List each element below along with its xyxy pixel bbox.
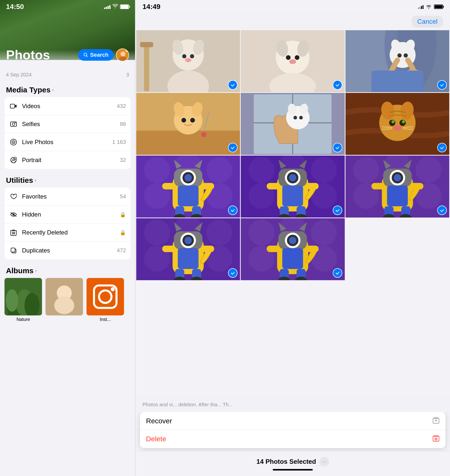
svg-point-191 [289,237,296,244]
grid-cell-11[interactable] [241,218,344,280]
trash-icon [9,228,18,237]
album-inst[interactable]: Inst... [86,278,124,322]
svg-rect-194 [282,248,303,269]
delete-label: Delete [146,435,166,443]
grid-cell-12-empty [346,218,449,280]
svg-point-29 [54,297,74,314]
selfies-label: Selfies [22,121,120,128]
svg-point-49 [286,55,291,60]
albums-label: Albums [6,266,34,275]
svg-point-89 [402,120,405,123]
svg-point-170 [184,237,192,244]
grid-cell-5[interactable] [241,93,344,155]
date-count: 3 [126,72,129,78]
left-header: 14:50 [0,0,135,70]
list-item-recently-deleted[interactable]: Recently Deleted 🔒 [4,224,130,241]
svg-rect-111 [162,183,175,189]
album-cats[interactable] [46,278,83,322]
recently-deleted-lock-icon: 🔒 [120,230,126,236]
list-item-videos[interactable]: Videos 432 [4,97,130,115]
right-battery-icon [434,4,443,9]
list-item-selfies[interactable]: Selfies 86 [4,115,130,133]
svg-point-6 [12,123,15,125]
selfies-count: 86 [120,121,126,127]
svg-point-162 [206,220,232,246]
svg-point-149 [394,174,401,181]
svg-point-97 [144,157,170,183]
profile-avatar[interactable] [116,48,129,61]
list-item-duplicates[interactable]: Duplicates 472 [4,241,130,259]
grid-cell-4[interactable] [136,93,240,155]
check-badge-5 [333,143,342,152]
duplicate-icon [9,246,18,255]
check-badge-11 [333,268,342,278]
action-menu: Recover Delete [140,412,446,448]
grid-cell-1[interactable] [136,30,240,92]
utilities-label: Utilities [6,176,33,185]
right-nav: Cancel [136,13,450,29]
svg-rect-4 [10,104,15,108]
left-title-row: Photos Search [0,47,135,62]
svg-point-139 [353,157,379,183]
right-wifi-icon [426,4,432,9]
svg-point-58 [397,53,402,58]
svg-point-160 [144,220,170,246]
search-button[interactable]: Search [78,49,114,61]
left-panel: 14:50 [0,0,135,476]
svg-rect-196 [306,245,319,252]
grid-cell-6[interactable] [346,93,449,155]
utilities-chevron: › [34,177,36,184]
grid-cell-2[interactable] [241,30,344,92]
right-panel: 14:49 Cancel [136,0,450,476]
left-status-icons [104,4,129,10]
svg-rect-132 [267,183,280,189]
date-label: 4 Sep 2024 [6,72,32,78]
utilities-card: Favorites 54 Hidden 🔒 [4,188,130,259]
album-inst-label: Inst... [100,317,111,322]
delete-menu-item[interactable]: Delete [140,430,446,448]
selfie-icon [9,120,18,129]
list-item-live-photos[interactable]: Live Photos 1 163 [4,133,130,151]
portrait-icon [9,156,18,165]
cancel-button[interactable]: Cancel [412,16,443,27]
grid-cell-9[interactable] [346,156,449,218]
svg-rect-30 [86,278,124,315]
more-button[interactable]: ··· [320,457,329,467]
list-item-portrait[interactable]: Portrait 32 [4,151,130,169]
svg-rect-7 [15,122,16,123]
bottom-info-content: Photos and vi... deletion. After tha... … [142,402,233,407]
list-item-hidden[interactable]: Hidden 🔒 [4,206,130,224]
grid-cell-7[interactable] [136,156,240,218]
albums-header[interactable]: Albums › [0,259,135,278]
grid-cell-10[interactable] [136,218,240,280]
grid-cell-8[interactable] [241,156,344,218]
svg-rect-152 [387,186,408,206]
list-item-favorites[interactable]: Favorites 54 [4,188,130,206]
favorites-icon [9,192,18,201]
date-row: 4 Sep 2024 3 [0,70,135,79]
recover-label: Recover [146,417,172,425]
battery-icon [120,4,129,9]
media-types-header[interactable]: Media Types › [0,79,135,97]
svg-rect-153 [371,183,384,189]
left-time: 14:50 [6,3,24,11]
utilities-header[interactable]: Utilities › [0,169,135,188]
svg-rect-173 [178,248,198,269]
svg-rect-195 [267,245,280,252]
svg-rect-154 [410,183,423,189]
portrait-label: Portrait [22,157,120,164]
right-status-icons [418,4,443,9]
svg-rect-174 [162,245,175,252]
album-nature[interactable]: Nature [4,278,42,322]
portrait-count: 32 [120,157,126,163]
app-title: Photos [6,47,50,62]
svg-point-80 [299,116,303,120]
right-status-bar: 14:49 [136,0,450,13]
grid-cell-3[interactable] [346,30,449,92]
check-badge-2 [333,80,342,90]
bottom-bar: 14 Photos Selected ··· [136,451,450,476]
hidden-icon [9,210,18,219]
recover-menu-item[interactable]: Recover [140,412,446,430]
check-badge-3 [437,80,447,90]
videos-label: Videos [22,103,117,110]
